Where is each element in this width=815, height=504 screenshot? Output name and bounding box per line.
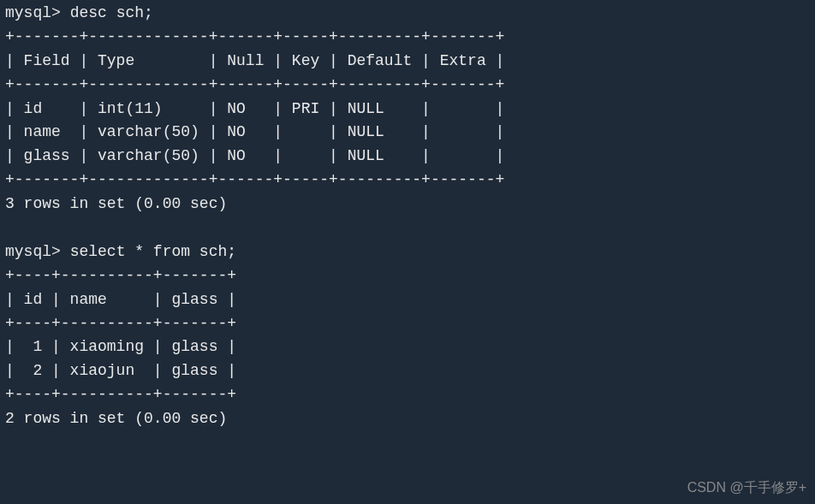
desc-border-mid: +-------+-------------+------+-----+----… <box>5 74 815 98</box>
blank-line <box>5 216 815 240</box>
select-border-mid: +----+----------+-------+ <box>5 312 815 336</box>
desc-row-1: | name | varchar(50) | NO | | NULL | | <box>5 121 815 145</box>
select-border-bot: +----+----------+-------+ <box>5 383 815 407</box>
select-border-top: +----+----------+-------+ <box>5 264 815 288</box>
prompt: mysql> <box>5 4 61 21</box>
desc-header: | Field | Type | Null | Key | Default | … <box>5 50 815 74</box>
desc-row-0: | id | int(11) | NO | PRI | NULL | | <box>5 98 815 122</box>
cmd-line-1: mysql> desc sch; <box>5 2 815 26</box>
prompt: mysql> <box>5 243 61 260</box>
watermark: CSDN @千手修罗+ <box>687 477 806 499</box>
command-2: select * from sch; <box>70 243 236 260</box>
desc-border-bot: +-------+-------------+------+-----+----… <box>5 169 815 193</box>
select-row-1: | 2 | xiaojun | glass | <box>5 359 815 383</box>
terminal-output: mysql> desc sch; +-------+-------------+… <box>5 2 815 431</box>
select-header: | id | name | glass | <box>5 288 815 312</box>
command-1: desc sch; <box>70 4 153 21</box>
select-footer: 2 rows in set (0.00 sec) <box>5 407 815 431</box>
desc-footer: 3 rows in set (0.00 sec) <box>5 193 815 216</box>
cmd-line-2: mysql> select * from sch; <box>5 240 815 264</box>
desc-row-2: | glass | varchar(50) | NO | | NULL | | <box>5 145 815 169</box>
desc-border-top: +-------+-------------+------+-----+----… <box>5 26 815 50</box>
select-row-0: | 1 | xiaoming | glass | <box>5 335 815 359</box>
